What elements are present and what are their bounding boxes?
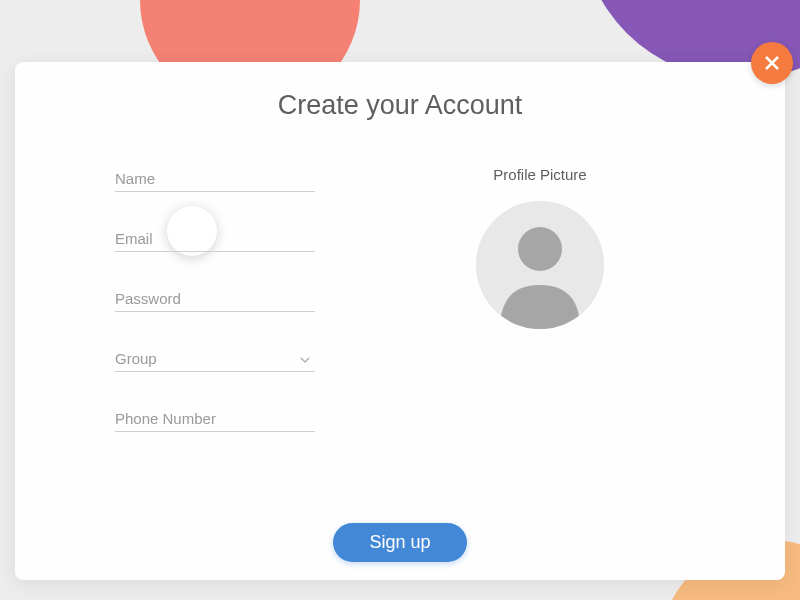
email-field[interactable] [115, 226, 315, 252]
modal-title: Create your Account [55, 90, 745, 121]
name-field[interactable] [115, 166, 315, 192]
form-column [115, 166, 315, 466]
password-field-wrap [115, 286, 315, 312]
name-field-wrap [115, 166, 315, 192]
profile-column: Profile Picture [395, 166, 685, 466]
profile-picture-upload[interactable] [476, 201, 604, 329]
modal-body: Profile Picture [55, 166, 745, 466]
group-select[interactable] [115, 346, 315, 372]
group-field-wrap [115, 346, 315, 372]
phone-field-wrap [115, 406, 315, 432]
signup-modal: Create your Account [15, 62, 785, 580]
phone-field[interactable] [115, 406, 315, 432]
email-field-wrap [115, 226, 315, 252]
svg-point-3 [518, 227, 562, 271]
profile-picture-label: Profile Picture [395, 166, 685, 183]
password-field[interactable] [115, 286, 315, 312]
avatar-placeholder-icon [476, 201, 604, 329]
modal-footer: Sign up [15, 523, 785, 562]
close-button[interactable] [751, 42, 793, 84]
signup-button[interactable]: Sign up [333, 523, 466, 562]
close-icon [763, 54, 781, 72]
